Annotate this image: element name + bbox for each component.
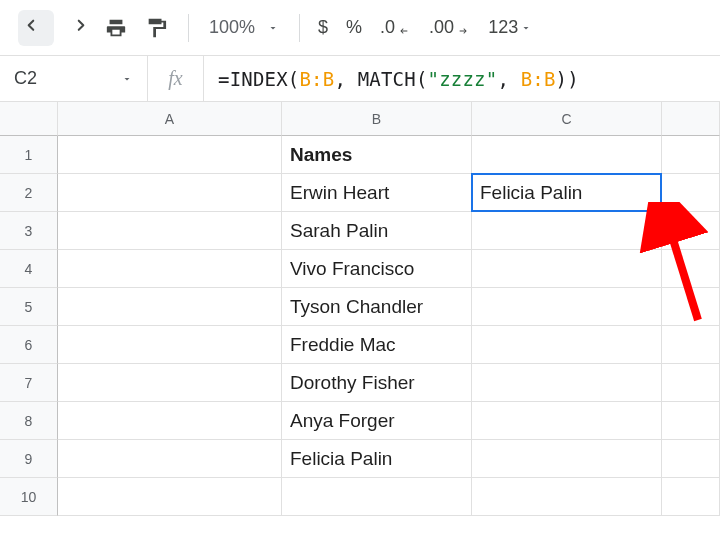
row-header[interactable]: 5: [0, 288, 58, 326]
select-all-corner[interactable]: [0, 102, 58, 136]
cell-d8[interactable]: [662, 402, 720, 440]
table-row: 6 Freddie Mac: [0, 326, 720, 364]
decrease-decimal-button[interactable]: .0: [380, 17, 411, 38]
table-row: 3 Sarah Palin: [0, 212, 720, 250]
chevron-down-icon: [121, 73, 133, 85]
fx-label: fx: [148, 56, 204, 101]
column-header-b[interactable]: B: [282, 102, 472, 136]
table-row: 5 Tyson Chandler: [0, 288, 720, 326]
table-row: 8 Anya Forger: [0, 402, 720, 440]
cell-d1[interactable]: [662, 136, 720, 174]
print-button[interactable]: [98, 10, 134, 46]
row-header[interactable]: 9: [0, 440, 58, 478]
cell-d9[interactable]: [662, 440, 720, 478]
cell-a1[interactable]: [58, 136, 282, 174]
toolbar-separator: [299, 14, 300, 42]
more-formats-dropdown[interactable]: 123: [488, 17, 532, 38]
undo-button[interactable]: [18, 10, 54, 46]
cell-a7[interactable]: [58, 364, 282, 402]
cell-a9[interactable]: [58, 440, 282, 478]
cell-b10[interactable]: [282, 478, 472, 516]
cell-c8[interactable]: [472, 402, 662, 440]
cell-c4[interactable]: [472, 250, 662, 288]
cell-c9[interactable]: [472, 440, 662, 478]
cell-a2[interactable]: [58, 174, 282, 212]
increase-decimal-button[interactable]: .00: [429, 17, 470, 38]
cell-a10[interactable]: [58, 478, 282, 516]
cell-b3[interactable]: Sarah Palin: [282, 212, 472, 250]
row-header[interactable]: 4: [0, 250, 58, 288]
row-header[interactable]: 6: [0, 326, 58, 364]
chevron-down-icon: [520, 22, 532, 34]
toolbar: 100% $ % .0 .00 123: [0, 0, 720, 56]
table-row: 7 Dorothy Fisher: [0, 364, 720, 402]
table-row: 9 Felicia Palin: [0, 440, 720, 478]
column-headers: A B C: [0, 102, 720, 136]
row-header[interactable]: 10: [0, 478, 58, 516]
name-box[interactable]: C2: [0, 56, 148, 101]
format-percent-button[interactable]: %: [346, 17, 362, 38]
cell-a5[interactable]: [58, 288, 282, 326]
cell-c2[interactable]: Felicia Palin: [472, 174, 662, 212]
cell-c1[interactable]: [472, 136, 662, 174]
cell-b2[interactable]: Erwin Heart: [282, 174, 472, 212]
spreadsheet-grid: A B C 1 Names 2 Erwin Heart Felicia Pali…: [0, 102, 720, 516]
cell-c7[interactable]: [472, 364, 662, 402]
cell-c6[interactable]: [472, 326, 662, 364]
row-header[interactable]: 1: [0, 136, 58, 174]
table-row: 10: [0, 478, 720, 516]
cell-d6[interactable]: [662, 326, 720, 364]
cell-b5[interactable]: Tyson Chandler: [282, 288, 472, 326]
toolbar-separator: [188, 14, 189, 42]
cell-c10[interactable]: [472, 478, 662, 516]
cell-d2[interactable]: [662, 174, 720, 212]
cell-b9[interactable]: Felicia Palin: [282, 440, 472, 478]
cell-d4[interactable]: [662, 250, 720, 288]
active-cell-ref: C2: [14, 68, 37, 89]
cell-c5[interactable]: [472, 288, 662, 326]
formula-input[interactable]: =INDEX(B:B, MATCH("zzzz", B:B)): [204, 68, 720, 90]
cell-d10[interactable]: [662, 478, 720, 516]
paint-format-button[interactable]: [138, 10, 174, 46]
row-header[interactable]: 2: [0, 174, 58, 212]
formula-bar: C2 fx =INDEX(B:B, MATCH("zzzz", B:B)): [0, 56, 720, 102]
chevron-down-icon: [267, 22, 279, 34]
cell-b1[interactable]: Names: [282, 136, 472, 174]
column-header-c[interactable]: C: [472, 102, 662, 136]
fill-handle[interactable]: [658, 208, 667, 217]
row-header[interactable]: 8: [0, 402, 58, 440]
row-header[interactable]: 7: [0, 364, 58, 402]
cell-d5[interactable]: [662, 288, 720, 326]
cell-a3[interactable]: [58, 212, 282, 250]
column-header-next[interactable]: [662, 102, 720, 136]
zoom-value: 100%: [209, 17, 255, 38]
cell-b8[interactable]: Anya Forger: [282, 402, 472, 440]
cell-d7[interactable]: [662, 364, 720, 402]
cell-b4[interactable]: Vivo Francisco: [282, 250, 472, 288]
cell-c3[interactable]: [472, 212, 662, 250]
cell-a4[interactable]: [58, 250, 282, 288]
redo-button[interactable]: [58, 10, 94, 46]
row-header[interactable]: 3: [0, 212, 58, 250]
cell-a8[interactable]: [58, 402, 282, 440]
format-currency-button[interactable]: $: [318, 17, 328, 38]
cell-b6[interactable]: Freddie Mac: [282, 326, 472, 364]
table-row: 2 Erwin Heart Felicia Palin: [0, 174, 720, 212]
table-row: 1 Names: [0, 136, 720, 174]
cell-b7[interactable]: Dorothy Fisher: [282, 364, 472, 402]
cell-d3[interactable]: [662, 212, 720, 250]
zoom-dropdown[interactable]: 100%: [203, 17, 285, 38]
column-header-a[interactable]: A: [58, 102, 282, 136]
table-row: 4 Vivo Francisco: [0, 250, 720, 288]
number-format-group: $ % .0 .00 123: [314, 17, 532, 38]
cell-a6[interactable]: [58, 326, 282, 364]
